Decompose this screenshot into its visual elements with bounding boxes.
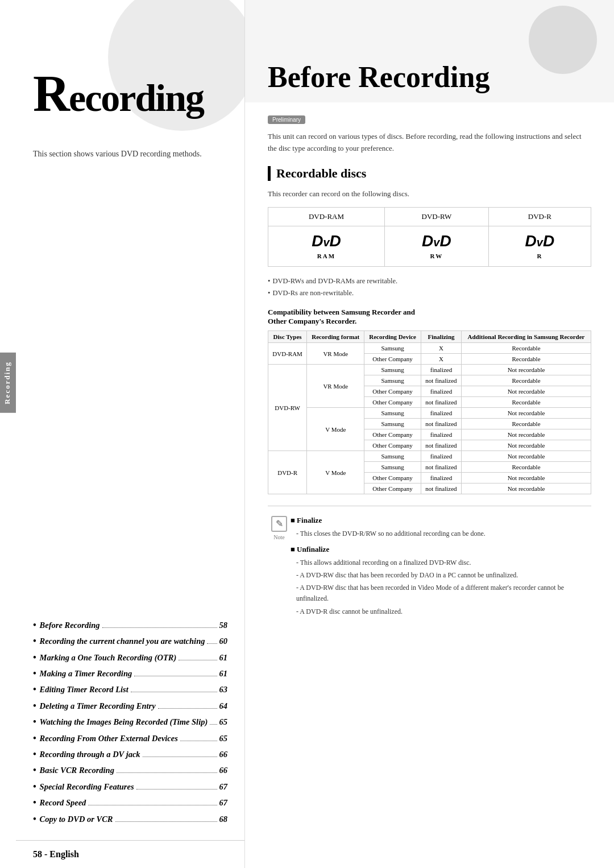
- toc-page: 61: [219, 652, 228, 663]
- toc-page: 61: [219, 668, 228, 679]
- compat-finalizing: finalized: [421, 365, 461, 375]
- unfinalize-item: - A DVD-RW disc that has been recorded i…: [296, 582, 591, 604]
- toc-label: Making a Timer Recording: [40, 668, 132, 679]
- finalize-text: - This closes the DVD-R/RW so no additio…: [296, 528, 591, 539]
- toc-label: Recording From Other External Devices: [40, 733, 178, 744]
- toc-page: 60: [219, 635, 228, 647]
- toc-dots: [143, 757, 217, 757]
- compat-device: Other Company: [364, 473, 421, 483]
- right-header-title: Before Recording: [268, 60, 489, 94]
- toc-item: Special Recording Features67: [33, 780, 227, 793]
- bullet-note: DVD-Rs are non-rewritable.: [268, 287, 591, 299]
- compat-device: Other Company: [364, 354, 421, 365]
- toc-dots: [131, 692, 217, 692]
- toc-label: Basic VCR Recording: [40, 764, 114, 776]
- finalize-row: ✎ Note ■ Finalize - This closes the DVD-…: [268, 515, 591, 619]
- toc-label: Recording through a DV jack: [40, 749, 140, 760]
- toc-label: Watching the Images Being Recorded (Time…: [40, 716, 208, 728]
- compat-additional: Recordable: [462, 375, 591, 386]
- compat-additional: Recordable: [462, 462, 591, 473]
- compat-col-finalizing: Finalizing: [421, 331, 461, 343]
- compat-finalizing: not finalized: [421, 440, 461, 451]
- compat-device: Other Company: [364, 386, 421, 397]
- toc-page: 64: [219, 700, 228, 712]
- toc-item: Basic VCR Recording66: [33, 764, 227, 776]
- toc-page: 67: [219, 781, 228, 792]
- compat-device: Other Company: [364, 440, 421, 451]
- compat-additional: Recordable: [462, 343, 591, 354]
- compat-finalizing: finalized: [421, 451, 461, 462]
- compat-additional: Not recordable: [462, 408, 591, 419]
- toc-label: Recording the current channel you are wa…: [40, 635, 205, 647]
- toc-list: Before Recording58Recording the current …: [16, 172, 244, 840]
- toc-dots: [134, 676, 217, 676]
- toc-item: Deleting a Timer Recording Entry64: [33, 700, 227, 712]
- compat-finalizing: not finalized: [421, 419, 461, 429]
- unfinalize-items: - This allows additional recording on a …: [291, 557, 591, 617]
- toc-label: Record Speed: [40, 797, 86, 808]
- compat-device: Samsung: [364, 365, 421, 375]
- compat-device: Samsung: [364, 419, 421, 429]
- compat-finalizing: not finalized: [421, 462, 461, 473]
- compat-device: Samsung: [364, 462, 421, 473]
- note-content: ■ Finalize - This closes the DVD-R/RW so…: [291, 515, 591, 619]
- compat-row: DVD-RAMVR ModeSamsungXRecordable: [268, 343, 591, 354]
- toc-dots: [207, 643, 217, 644]
- note-label: Note: [273, 533, 284, 542]
- toc-label: Copy to DVD or VCR: [40, 813, 113, 825]
- compat-col-additional: Additional Recording in Samsung Recorder: [462, 331, 591, 343]
- compat-finalizing: not finalized: [421, 375, 461, 386]
- bullet-notes: DVD-RWs and DVD-RAMs are rewritable.DVD-…: [268, 275, 591, 300]
- toc-dots: [117, 772, 217, 773]
- compat-device: Other Company: [364, 397, 421, 408]
- big-r: R: [33, 65, 69, 122]
- compat-additional: Recordable: [462, 354, 591, 365]
- right-panel: Before Recording Preliminary This unit c…: [244, 0, 614, 868]
- title-rest: ecording: [69, 76, 204, 119]
- compat-row: DVD-RWVR ModeSamsungfinalizedNot recorda…: [268, 365, 591, 375]
- dvd-ram-header: DVD-RAM: [268, 207, 385, 226]
- toc-page: 58: [219, 619, 228, 631]
- toc-item: Recording From Other External Devices65: [33, 732, 227, 745]
- toc-dots: [136, 789, 217, 790]
- left-section-text: This section shows various DVD recording…: [16, 131, 244, 172]
- toc-dots: [115, 821, 217, 822]
- dvd-rw-label: RW: [430, 253, 443, 259]
- compat-finalizing: finalized: [421, 429, 461, 440]
- dvd-r-header: DVD-R: [488, 207, 591, 226]
- compat-additional: Recordable: [462, 397, 591, 408]
- toc-item: Watching the Images Being Recorded (Time…: [33, 716, 227, 728]
- unfinalize-item: - This allows additional recording on a …: [296, 557, 591, 568]
- compat-finalizing: finalized: [421, 408, 461, 419]
- compat-col-format: Recording format: [307, 331, 364, 343]
- toc-page: 65: [219, 733, 228, 744]
- toc-item: Before Recording58: [33, 619, 227, 631]
- toc-dots: [158, 708, 217, 709]
- compat-additional: Not recordable: [462, 440, 591, 451]
- dvd-ram-logo-cell: DvD RAM: [268, 226, 385, 266]
- compat-device: Other Company: [364, 483, 421, 494]
- compat-format: VR Mode: [307, 343, 364, 365]
- dvd-r-logo: DvD: [496, 232, 584, 250]
- preliminary-badge: Preliminary: [268, 115, 305, 124]
- compat-row: V ModeSamsungfinalizedNot recordable: [268, 408, 591, 419]
- compat-finalizing: not finalized: [421, 483, 461, 494]
- compat-additional: Not recordable: [462, 451, 591, 462]
- compat-additional: Not recordable: [462, 473, 591, 483]
- dvd-rw-logo: DvD: [392, 232, 482, 250]
- compat-additional: Not recordable: [462, 429, 591, 440]
- compat-device: Samsung: [364, 343, 421, 354]
- left-panel: Recording Recording This section shows v…: [0, 0, 244, 868]
- note-section: ✎ Note ■ Finalize - This closes the DVD-…: [268, 506, 591, 619]
- compat-additional: Not recordable: [462, 365, 591, 375]
- toc-item: Recording through a DV jack66: [33, 748, 227, 760]
- toc-page: 66: [219, 764, 228, 776]
- toc-item: Recording the current channel you are wa…: [33, 635, 227, 647]
- right-content: Preliminary This unit can record on vari…: [245, 102, 614, 868]
- dvd-r-logo-cell: DvD R: [488, 226, 591, 266]
- compat-format: VR Mode: [307, 365, 364, 408]
- note-icon-symbol: ✎: [271, 516, 287, 532]
- dvd-rw-logo-cell: DvD RW: [384, 226, 488, 266]
- toc-label: Editing Timer Record List: [40, 684, 128, 695]
- side-tab-recording: Recording: [0, 353, 16, 413]
